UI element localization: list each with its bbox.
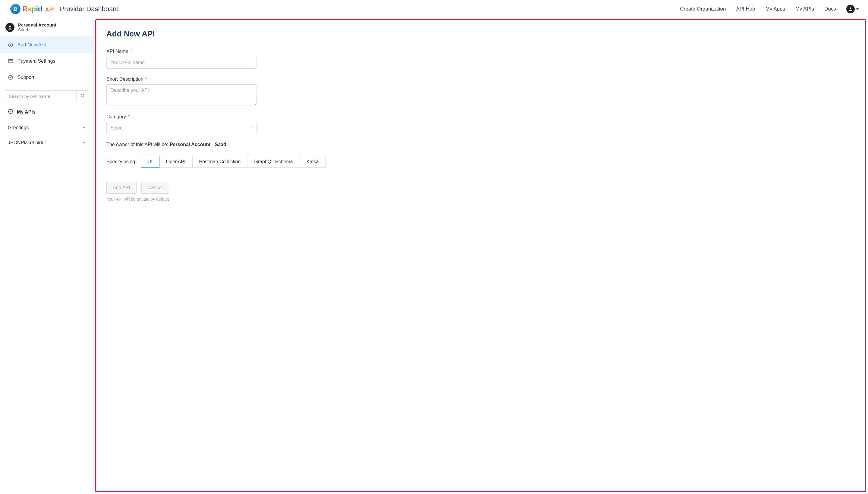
sidebar-section-my-apis: My APIs <box>0 104 94 120</box>
chevron-down-icon <box>249 125 253 131</box>
field-short-description: Short Description * <box>106 77 855 106</box>
main: Add New API API Name * Short Description… <box>94 18 868 494</box>
svg-line-13 <box>84 97 85 98</box>
page-title: Add New API <box>106 29 855 39</box>
account-switcher[interactable]: Personal Account Saad <box>0 18 94 37</box>
caret-down-icon <box>856 8 859 10</box>
user-menu[interactable] <box>846 5 859 13</box>
sidebar: Personal Account Saad Add New API Paymen… <box>0 18 94 494</box>
field-api-name: API Name * <box>106 49 855 69</box>
sidebar-item-payment-settings[interactable]: Payment Settings <box>0 53 94 69</box>
api-name-input[interactable] <box>106 57 257 69</box>
search-icon <box>80 93 85 99</box>
form-actions: Add API Cancel <box>106 182 855 194</box>
cancel-button[interactable]: Cancel <box>141 182 169 194</box>
field-label: API Name <box>106 49 128 54</box>
sidebar-api-item[interactable]: Greetings <box>0 120 94 135</box>
sidebar-item-label: Support <box>17 75 34 80</box>
specify-using-row: Specify using: UI OpenAPI Postman Collec… <box>106 156 855 168</box>
nav-my-apps[interactable]: My Apps <box>765 6 785 12</box>
search-input[interactable] <box>5 90 76 102</box>
avatar-icon <box>5 23 15 32</box>
nav-create-organization[interactable]: Create Organization <box>680 6 726 12</box>
brand-block: Rapid API Provider Dashboard <box>10 4 119 14</box>
specify-option-openapi[interactable]: OpenAPI <box>160 156 192 168</box>
account-type-label: Personal Account <box>18 22 56 27</box>
svg-point-2 <box>16 8 17 8</box>
sidebar-api-name: Greetings <box>8 125 29 130</box>
sidebar-item-support[interactable]: Support <box>0 69 94 86</box>
add-api-button[interactable]: Add API <box>106 182 136 194</box>
avatar-icon <box>846 5 855 13</box>
nav-my-apis[interactable]: My APIs <box>795 6 814 12</box>
chevron-down-icon <box>85 25 89 30</box>
field-category: Category * Select <box>106 114 855 134</box>
owner-prefix: The owner of this API will be: <box>106 142 170 147</box>
svg-point-3 <box>850 7 851 9</box>
specify-segmented-control: UI OpenAPI Postman Collection GraphQL Sc… <box>141 156 326 168</box>
svg-point-1 <box>15 8 15 8</box>
required-marker: * <box>128 114 130 119</box>
owner-line: The owner of this API will be: Personal … <box>106 142 855 147</box>
sidebar-api-name: JSONPlaceholder <box>8 140 46 146</box>
svg-point-14 <box>8 109 13 114</box>
svg-rect-8 <box>8 60 13 63</box>
svg-marker-11 <box>10 77 12 78</box>
logo-text: Rapid API <box>22 5 55 13</box>
sidebar-api-item[interactable]: JSONPlaceholder <box>0 135 94 150</box>
specify-option-ui[interactable]: UI <box>141 156 160 168</box>
specify-option-kafka[interactable]: Kafka <box>300 156 326 168</box>
search-button[interactable] <box>76 90 89 102</box>
sidebar-item-add-new-api[interactable]: Add New API <box>0 37 94 53</box>
plus-circle-icon <box>8 42 13 48</box>
chevron-down-icon <box>82 125 86 130</box>
required-marker: * <box>130 49 132 54</box>
category-select[interactable]: Select <box>106 122 257 134</box>
specify-option-postman[interactable]: Postman Collection <box>192 156 248 168</box>
highlighted-region: Add New API API Name * Short Description… <box>95 19 866 492</box>
svg-point-10 <box>8 75 13 79</box>
account-username: Saad <box>18 27 56 32</box>
chevron-down-icon <box>82 140 86 146</box>
svg-point-4 <box>9 25 11 27</box>
specify-option-graphql[interactable]: GraphQL Schema <box>247 156 300 168</box>
field-label: Short Description <box>106 77 144 82</box>
svg-point-12 <box>81 94 84 97</box>
sidebar-item-label: Payment Settings <box>17 58 55 64</box>
specify-label: Specify using: <box>106 159 136 165</box>
sidebar-section-label: My APIs <box>17 109 36 115</box>
logo-mark-icon <box>10 4 20 14</box>
nav-docs[interactable]: Docs <box>824 6 836 12</box>
select-placeholder: Select <box>110 125 124 131</box>
logo[interactable]: Rapid API <box>10 4 55 14</box>
body: Personal Account Saad Add New API Paymen… <box>0 18 868 494</box>
owner-value: Personal Account - Saad <box>170 142 226 147</box>
compass-icon <box>8 75 13 80</box>
private-hint: Your API will be private by default <box>106 197 855 202</box>
sidebar-search <box>5 90 89 102</box>
short-description-input[interactable] <box>106 84 257 106</box>
nav-api-hub[interactable]: API Hub <box>736 6 755 12</box>
required-marker: * <box>145 77 147 82</box>
top-nav: Create Organization API Hub My Apps My A… <box>680 5 859 13</box>
check-circle-icon <box>8 109 13 115</box>
credit-card-icon <box>8 58 13 64</box>
field-label: Category <box>106 114 126 119</box>
dashboard-title: Provider Dashboard <box>60 5 119 13</box>
account-text: Personal Account Saad <box>18 22 56 32</box>
top-bar: Rapid API Provider Dashboard Create Orga… <box>0 0 868 18</box>
sidebar-item-label: Add New API <box>17 42 46 48</box>
